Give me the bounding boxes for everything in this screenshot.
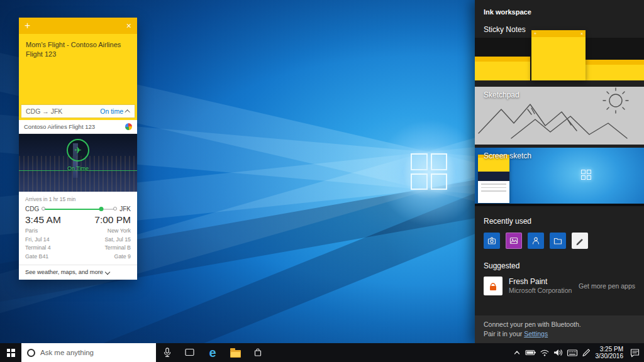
recently-used-label: Recently used	[484, 217, 635, 226]
insight-status: On time	[100, 107, 123, 115]
see-more-link[interactable]: See weather, maps, and more	[19, 265, 137, 280]
wifi-icon[interactable]	[538, 343, 552, 362]
get-more-pen-apps-link[interactable]: Get more pen apps	[579, 282, 635, 290]
add-note-button[interactable]: +	[25, 21, 30, 31]
flight-times-row: 3:45 AM 7:00 PM	[19, 212, 137, 227]
edge-glyph: e	[209, 346, 216, 359]
fresh-paint-icon	[484, 277, 502, 295]
clock[interactable]: 3:25 PM 3/30/2016	[596, 343, 624, 362]
close-note-button[interactable]: ×	[126, 21, 131, 31]
action-center-button[interactable]	[628, 343, 641, 362]
battery-icon[interactable]	[524, 343, 538, 362]
insight-source-icon	[125, 123, 132, 130]
preview-note-main: +×	[531, 30, 586, 80]
start-button[interactable]	[0, 343, 21, 362]
destination-code: JFK	[119, 206, 131, 212]
flight-card-title: Contoso Airlines Flight 123	[24, 123, 95, 130]
ink-workspace-panel: Ink workspace Sticky Notes +×	[475, 0, 644, 343]
note-text-line-1: Mom's Flight - Contoso Airlines	[26, 40, 130, 50]
city-row: ParisNew York	[19, 227, 137, 236]
file-explorer-icon[interactable]	[224, 343, 247, 362]
sticky-note-window: + × Mom's Flight - Contoso Airlines Flig…	[19, 18, 137, 280]
plane-position-dot	[99, 207, 104, 211]
search-placeholder: Ask me anything	[40, 349, 94, 356]
tray-date: 3/30/2016	[596, 353, 624, 360]
sketchpad-label: Sketchpad	[484, 90, 519, 99]
departure-time: 3:45 AM	[25, 214, 61, 226]
flight-progress-track	[43, 209, 116, 210]
suggested-app-publisher: Microsoft Corporation	[509, 287, 572, 295]
cortana-icon	[27, 349, 35, 357]
flight-insight-bar[interactable]: CDG → JFK On time	[21, 104, 135, 118]
preview-note-left	[475, 57, 530, 80]
photos-app-icon[interactable]	[506, 233, 522, 249]
arrival-time: 7:00 PM	[94, 214, 131, 226]
mini-windows-logo	[581, 170, 591, 180]
folder-icon	[230, 350, 241, 358]
gate-row: Gate B41Gate 9	[19, 253, 137, 261]
files-app-icon[interactable]	[550, 233, 566, 249]
windows-logo-icon	[7, 349, 15, 357]
flight-insight-wrap: CDG → JFK On time	[19, 104, 137, 120]
origin-code: CDG	[25, 206, 39, 212]
search-box[interactable]: Ask me anything	[21, 343, 156, 362]
camera-app-icon[interactable]	[484, 233, 500, 249]
sticky-note-body[interactable]: Mom's Flight - Contoso Airlines Flight 1…	[19, 34, 137, 104]
screen-sketch-preview[interactable]: Screen sketch	[475, 148, 644, 206]
volume-icon[interactable]	[552, 343, 565, 362]
mini-sticky-note	[478, 155, 509, 203]
pen-pairing-tip: Connect your pen with Bluetooth. Pair it…	[475, 315, 644, 343]
pen-tip-line-1: Connect your pen with Bluetooth.	[484, 320, 635, 329]
tray-time: 3:25 PM	[600, 346, 623, 353]
store-icon[interactable]	[247, 343, 269, 362]
suggested-app-row[interactable]: Fresh Paint Microsoft Corporation Get mo…	[475, 274, 644, 295]
on-time-badge: On Time	[19, 165, 137, 172]
sticky-notes-preview[interactable]: +×	[475, 38, 644, 80]
recently-used-row	[475, 229, 644, 249]
taskbar-spacer	[269, 343, 510, 362]
chevron-down-icon	[105, 270, 110, 275]
suggested-label: Suggested	[484, 261, 635, 270]
insight-route: CDG → JFK	[26, 107, 62, 115]
preview-note-right	[585, 60, 644, 80]
panel-title: Ink workspace	[475, 0, 644, 16]
flight-card-header: Contoso Airlines Flight 123	[19, 120, 137, 134]
windows-logo-window	[411, 153, 447, 190]
route-progress-row: CDG JFK	[19, 204, 137, 212]
plane-status-icon: ✈	[67, 139, 89, 162]
window-glow	[376, 119, 483, 226]
note-text-line-2: Flight 123	[26, 50, 130, 59]
microphone-button[interactable]	[156, 343, 179, 362]
chevron-up-icon	[125, 109, 130, 114]
suggested-app-name: Fresh Paint	[509, 277, 572, 287]
people-app-icon[interactable]	[528, 233, 544, 249]
arrival-countdown: Arrives in 1 hr 15 min	[19, 196, 137, 204]
screen-sketch-label: Screen sketch	[484, 151, 531, 160]
pen-ink-workspace-icon[interactable]	[579, 343, 593, 362]
date-row: Fri, Jul 14Sat, Jul 15	[19, 236, 137, 244]
sticky-note-titlebar: + ×	[19, 18, 137, 34]
pen-app-icon[interactable]	[572, 233, 588, 249]
edge-icon[interactable]: e	[201, 343, 224, 362]
taskbar: Ask me anything e	[0, 343, 644, 362]
flight-photo: ✈ On Time	[19, 134, 137, 192]
terminal-row: Terminal 4Terminal B	[19, 244, 137, 253]
desktop: + × Mom's Flight - Contoso Airlines Flig…	[0, 0, 644, 362]
tray-expand-button[interactable]	[510, 343, 524, 362]
settings-link[interactable]: Settings	[524, 330, 548, 337]
pen-tip-line-2: Pair it in your Settings	[484, 329, 635, 339]
touch-keyboard-icon[interactable]	[565, 343, 579, 362]
flight-details-card: Arrives in 1 hr 15 min CDG JFK 3:45 AM 7…	[19, 192, 137, 280]
task-view-button[interactable]	[179, 343, 201, 362]
sketchpad-preview[interactable]: Sketchpad	[475, 87, 644, 145]
mini-taskbar	[475, 204, 644, 206]
